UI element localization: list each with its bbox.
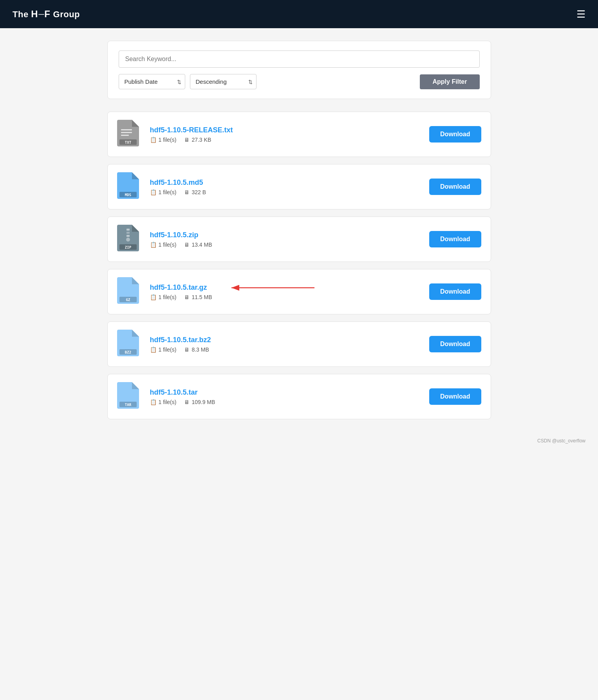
file-size-gz: 🖥 11.5 MB bbox=[184, 294, 212, 300]
file-icon-gz: GZ bbox=[117, 277, 142, 306]
file-meta-gz: 📋 1 file(s) 🖥 11.5 MB bbox=[150, 294, 422, 300]
apply-filter-button[interactable]: Apply Filter bbox=[420, 74, 479, 89]
file-info-gz: hdf5-1.10.5.tar.gz 📋 1 file(s) bbox=[150, 283, 422, 300]
file-card-bz2: BZ2 hdf5-1.10.5.tar.bz2 📋 1 file(s) 🖥 8.… bbox=[107, 321, 491, 367]
file-count-tar: 📋 1 file(s) bbox=[150, 399, 177, 405]
svg-text:ZIP: ZIP bbox=[125, 245, 131, 249]
size-icon: 🖥 bbox=[184, 346, 190, 353]
file-count-md5: 📋 1 file(s) bbox=[150, 189, 177, 195]
file-count-gz: 📋 1 file(s) bbox=[150, 294, 177, 300]
filter-row: Publish Date File Name File Size Descend… bbox=[119, 74, 480, 89]
sort-by-select[interactable]: Publish Date File Name File Size bbox=[119, 74, 185, 89]
file-icon-tar: TAR bbox=[117, 382, 142, 411]
svg-rect-9 bbox=[126, 235, 130, 237]
files-icon: 📋 bbox=[150, 399, 157, 405]
file-count-bz2: 📋 1 file(s) bbox=[150, 346, 177, 353]
download-button-bz2[interactable]: Download bbox=[429, 336, 481, 352]
file-icon-zip: ZIP bbox=[117, 225, 142, 254]
download-button-md5[interactable]: Download bbox=[429, 179, 481, 195]
header: The H─F Group ☰ bbox=[0, 0, 598, 28]
download-button-gz[interactable]: Download bbox=[429, 283, 481, 300]
size-icon: 🖥 bbox=[184, 189, 190, 195]
file-meta-zip: 📋 1 file(s) 🖥 13.4 MB bbox=[150, 242, 422, 248]
svg-text:BZ2: BZ2 bbox=[125, 350, 131, 354]
files-icon: 📋 bbox=[150, 242, 157, 248]
footer: CSDN @ustc_overflow bbox=[0, 432, 598, 450]
file-icon-txt: TXT bbox=[117, 120, 142, 149]
file-info-txt: hdf5-1.10.5-RELEASE.txt 📋 1 file(s) 🖥 27… bbox=[150, 126, 422, 143]
files-icon: 📋 bbox=[150, 189, 157, 195]
file-card-md5: MD5 hdf5-1.10.5.md5 📋 1 file(s) 🖥 322 B … bbox=[107, 164, 491, 209]
size-icon: 🖥 bbox=[184, 137, 190, 143]
file-size-txt: 🖥 27.3 KB bbox=[184, 137, 211, 143]
file-name-zip[interactable]: hdf5-1.10.5.zip bbox=[150, 231, 422, 239]
file-icon-bz2: BZ2 bbox=[117, 330, 142, 359]
svg-text:MD5: MD5 bbox=[125, 193, 131, 197]
svg-text:TAR: TAR bbox=[125, 403, 131, 407]
file-card-txt: TXT hdf5-1.10.5-RELEASE.txt 📋 1 file(s) … bbox=[107, 112, 491, 157]
files-icon: 📋 bbox=[150, 346, 157, 353]
file-name-gz[interactable]: hdf5-1.10.5.tar.gz bbox=[150, 283, 422, 292]
sort-order-select[interactable]: Descending Ascending bbox=[190, 74, 257, 89]
file-info-md5: hdf5-1.10.5.md5 📋 1 file(s) 🖥 322 B bbox=[150, 179, 422, 195]
download-button-tar[interactable]: Download bbox=[429, 388, 481, 405]
file-card-gz: GZ hdf5-1.10.5.tar.gz 📋 bbox=[107, 269, 491, 314]
file-size-bz2: 🖥 8.3 MB bbox=[184, 346, 209, 353]
svg-point-10 bbox=[126, 238, 130, 242]
search-input[interactable] bbox=[119, 51, 480, 68]
files-icon: 📋 bbox=[150, 294, 157, 300]
svg-text:GZ: GZ bbox=[126, 298, 130, 302]
size-icon: 🖥 bbox=[184, 294, 190, 300]
size-icon: 🖥 bbox=[184, 242, 190, 248]
svg-rect-0 bbox=[121, 129, 132, 130]
file-info-bz2: hdf5-1.10.5.tar.bz2 📋 1 file(s) 🖥 8.3 MB bbox=[150, 336, 422, 353]
files-icon: 📋 bbox=[150, 137, 157, 143]
logo: The H─F Group bbox=[13, 9, 80, 20]
file-size-zip: 🖥 13.4 MB bbox=[184, 242, 212, 248]
file-meta-tar: 📋 1 file(s) 🖥 109.9 MB bbox=[150, 399, 422, 405]
hamburger-menu-icon[interactable]: ☰ bbox=[576, 9, 585, 19]
filter-box: Publish Date File Name File Size Descend… bbox=[107, 41, 491, 99]
download-button-txt[interactable]: Download bbox=[429, 126, 481, 143]
file-size-md5: 🖥 322 B bbox=[184, 189, 206, 195]
svg-rect-1 bbox=[121, 132, 132, 133]
download-button-zip[interactable]: Download bbox=[429, 231, 481, 247]
file-icon-md5: MD5 bbox=[117, 172, 142, 201]
file-info-tar: hdf5-1.10.5.tar 📋 1 file(s) 🖥 109.9 MB bbox=[150, 388, 422, 405]
svg-rect-2 bbox=[121, 135, 129, 136]
svg-text:TXT: TXT bbox=[125, 141, 131, 144]
logo-text: The H─F Group bbox=[13, 9, 80, 20]
main-content: Publish Date File Name File Size Descend… bbox=[99, 41, 499, 419]
file-meta-bz2: 📋 1 file(s) 🖥 8.3 MB bbox=[150, 346, 422, 353]
file-name-tar[interactable]: hdf5-1.10.5.tar bbox=[150, 388, 422, 397]
footer-credit: CSDN @ustc_overflow bbox=[537, 438, 585, 444]
file-count-zip: 📋 1 file(s) bbox=[150, 242, 177, 248]
file-card-zip: ZIP hdf5-1.10.5.zip 📋 1 file(s) 🖥 13.4 M… bbox=[107, 216, 491, 262]
file-name-md5[interactable]: hdf5-1.10.5.md5 bbox=[150, 179, 422, 187]
file-count-txt: 📋 1 file(s) bbox=[150, 137, 177, 143]
svg-rect-8 bbox=[126, 232, 130, 234]
sort-by-wrapper: Publish Date File Name File Size bbox=[119, 74, 185, 89]
sort-order-wrapper: Descending Ascending bbox=[190, 74, 257, 89]
size-icon: 🖥 bbox=[184, 399, 190, 405]
file-name-bz2[interactable]: hdf5-1.10.5.tar.bz2 bbox=[150, 336, 422, 344]
file-name-txt[interactable]: hdf5-1.10.5-RELEASE.txt bbox=[150, 126, 422, 134]
file-info-zip: hdf5-1.10.5.zip 📋 1 file(s) 🖥 13.4 MB bbox=[150, 231, 422, 248]
file-size-tar: 🖥 109.9 MB bbox=[184, 399, 215, 405]
file-list: TXT hdf5-1.10.5-RELEASE.txt 📋 1 file(s) … bbox=[107, 112, 491, 419]
file-meta-md5: 📋 1 file(s) 🖥 322 B bbox=[150, 189, 422, 195]
file-card-tar: TAR hdf5-1.10.5.tar 📋 1 file(s) 🖥 109.9 … bbox=[107, 374, 491, 419]
file-meta-txt: 📋 1 file(s) 🖥 27.3 KB bbox=[150, 137, 422, 143]
svg-rect-7 bbox=[126, 229, 130, 231]
